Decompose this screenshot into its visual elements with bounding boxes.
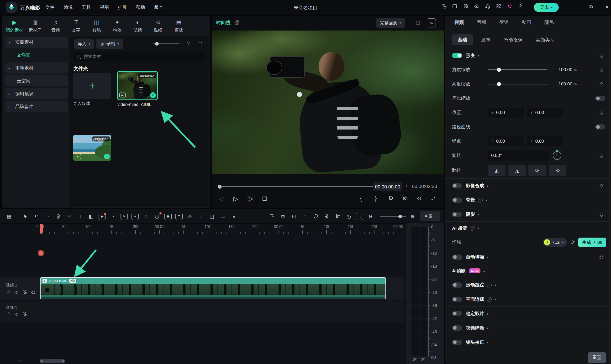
keyframe-diamond[interactable]: ◇: [597, 52, 606, 59]
thumbnail-size-slider[interactable]: [153, 43, 179, 44]
stop-button[interactable]: □: [263, 195, 266, 202]
playback-settings-icon[interactable]: ⚙: [388, 195, 394, 202]
zoom-out-icon[interactable]: ⊖: [367, 212, 375, 221]
crop-icon[interactable]: ◳: [208, 212, 216, 221]
cloud-backup-icon[interactable]: [473, 3, 480, 9]
ai-audio-icon[interactable]: ◷: [153, 212, 161, 221]
next-frame-button[interactable]: ▷: [233, 195, 238, 203]
path-curve-toggle[interactable]: [595, 124, 605, 130]
menu-help[interactable]: 帮助: [136, 4, 145, 11]
store-cart-icon[interactable]: [506, 3, 513, 9]
track-mic-icon[interactable]: [22, 312, 27, 317]
motion-tracking-toggle[interactable]: [452, 282, 462, 288]
multiview-icon[interactable]: ⊞: [413, 18, 423, 27]
keyframe-diamond[interactable]: ◇: [597, 152, 606, 159]
sidebar-item-presets[interactable]: ▸编辑预设: [5, 88, 68, 99]
voiceover-mic-icon[interactable]: [323, 212, 331, 221]
mute-icon[interactable]: [416, 195, 422, 203]
flip-vertical-button[interactable]: ◮: [508, 165, 526, 176]
import-button[interactable]: 导入▾: [74, 39, 94, 49]
more-tools-icon[interactable]: »: [230, 212, 238, 221]
rotate-cw-button[interactable]: ⟳: [528, 165, 546, 176]
caret-up-icon[interactable]: ▴: [487, 312, 489, 315]
playback-quality-select[interactable]: 完整画质▾: [376, 18, 405, 28]
auto-enhance-toggle[interactable]: [452, 255, 462, 260]
mark-out-icon[interactable]: }: [375, 195, 377, 202]
preview-tab-source[interactable]: 源: [234, 20, 239, 26]
delete-icon[interactable]: [54, 212, 62, 221]
tab-text[interactable]: T文字: [66, 16, 86, 36]
more-options-icon[interactable]: ⋯: [197, 39, 202, 45]
zoom-in-icon[interactable]: ⊕: [409, 212, 417, 221]
rotate-ccw-button[interactable]: ⟲: [549, 165, 566, 176]
add-track-button[interactable]: +: [17, 356, 21, 364]
caret-up-icon[interactable]: ▴: [487, 326, 489, 330]
scale-width-slider[interactable]: [488, 69, 547, 70]
export-clip-icon[interactable]: ⧉: [279, 212, 287, 221]
speaker-icon[interactable]: [14, 290, 19, 295]
compositing-toggle[interactable]: [452, 183, 462, 188]
tab-templates[interactable]: ▤模板: [169, 16, 189, 36]
mask-tool-icon[interactable]: ◧: [87, 212, 95, 221]
account-icon[interactable]: [517, 3, 524, 9]
scrubber-track[interactable]: [221, 186, 374, 187]
media-item-video-aiult[interactable]: 00:00:02 ▶ ✓: [117, 71, 158, 100]
caret-up-icon[interactable]: ▴: [478, 212, 479, 216]
caret-up-icon[interactable]: ▴: [487, 340, 489, 344]
tab-filters[interactable]: ◐滤镜: [127, 16, 148, 36]
caret-up-icon[interactable]: ▴: [487, 184, 489, 187]
clip-speed-icon[interactable]: ◴: [345, 212, 353, 221]
playhead-handle[interactable]: [40, 224, 43, 234]
select-tool-icon[interactable]: [21, 212, 29, 221]
scopes-icon[interactable]: ∿: [427, 18, 436, 27]
keyframe-diamond[interactable]: ◇: [597, 81, 606, 87]
generate-button[interactable]: 生成 ⚡ 80: [578, 238, 606, 247]
denoise-toggle[interactable]: [452, 325, 462, 331]
undo-icon[interactable]: ↶: [32, 212, 40, 221]
menu-version[interactable]: 版本: [154, 4, 163, 11]
toolbox-icon[interactable]: ▦: [5, 212, 13, 221]
preview-tab-timeline[interactable]: 时间线: [216, 20, 231, 26]
tab-audio[interactable]: ♫音频: [45, 16, 66, 36]
rotation-dial[interactable]: [553, 151, 561, 160]
caret-up-icon[interactable]: ▴: [487, 255, 489, 259]
lock-icon[interactable]: [6, 312, 10, 317]
speech-to-text-icon[interactable]: T: [175, 213, 183, 220]
background-toggle[interactable]: [452, 197, 462, 203]
help-icon[interactable]: ?: [487, 297, 492, 302]
tab-color[interactable]: 颜色: [544, 19, 554, 26]
volume-menu[interactable]: 音量▴: [420, 211, 440, 221]
previous-frame-button[interactable]: ◁: [219, 195, 223, 203]
speed-ramp-icon[interactable]: ◔: [109, 212, 117, 221]
app-logo-icon[interactable]: [6, 2, 17, 13]
caret-up-icon[interactable]: ▴: [494, 283, 496, 287]
reset-button[interactable]: 重置: [588, 352, 606, 363]
playhead-knob[interactable]: [38, 250, 44, 256]
save-project-icon[interactable]: [462, 3, 469, 9]
scale-height-slider[interactable]: [488, 84, 547, 84]
menu-edit[interactable]: 编辑: [64, 4, 73, 11]
restore-button[interactable]: ⧉: [588, 4, 595, 10]
subtab-beauty[interactable]: 美颜美型: [536, 37, 555, 43]
anchor-x-field[interactable]: X0.00: [488, 136, 524, 146]
menu-view[interactable]: 视图: [100, 4, 109, 11]
support-headset-icon[interactable]: [484, 3, 491, 9]
current-timecode[interactable]: 00:00:00:00: [373, 182, 402, 191]
lens-correction-toggle[interactable]: [452, 340, 462, 345]
tab-animation[interactable]: 动画: [522, 19, 531, 26]
scale-height-value[interactable]: 100.00: [551, 81, 572, 87]
smart-cutout-icon[interactable]: ◉: [164, 213, 172, 220]
help-icon[interactable]: ?: [478, 198, 483, 203]
render-queue-icon[interactable]: [440, 3, 447, 9]
eye-icon[interactable]: [31, 290, 35, 295]
audio-beat-icon[interactable]: ♬: [142, 212, 150, 221]
keyframe-diamond[interactable]: ◇: [597, 66, 606, 73]
filter-icon[interactable]: [186, 40, 191, 48]
apps-grid-icon[interactable]: [495, 3, 502, 9]
workspace-layout-icon[interactable]: [451, 3, 458, 9]
tab-speed[interactable]: 变速: [499, 19, 509, 26]
subtab-mask[interactable]: 遮罩: [481, 37, 491, 43]
sidebar-item-project-media[interactable]: ▾项目素材: [5, 37, 68, 48]
ai-portrait-icon[interactable]: ▶: [99, 213, 106, 220]
audio-track-lane[interactable]: [0, 301, 404, 323]
